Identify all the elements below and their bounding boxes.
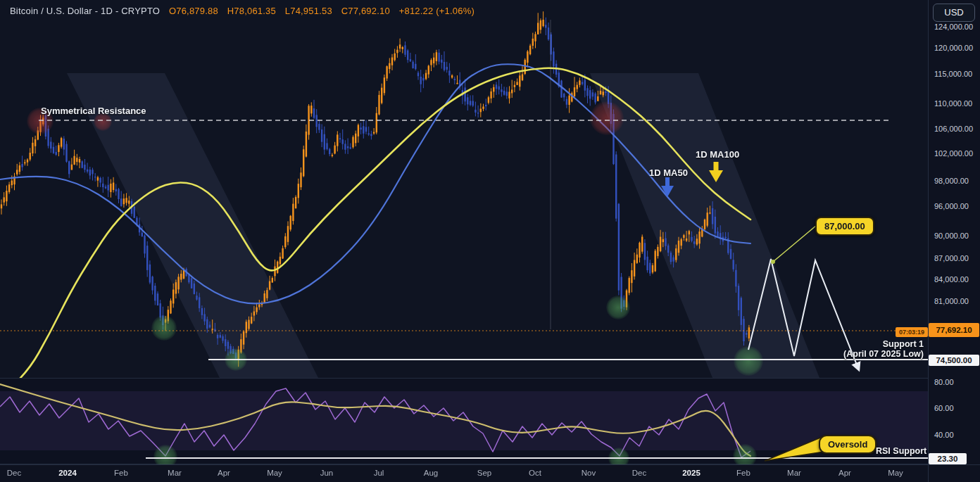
- ma100-label[interactable]: 1D MA100: [696, 149, 739, 160]
- current-price-label[interactable]: 77,692.10: [929, 323, 979, 337]
- rsi-pane-canvas[interactable]: [0, 378, 928, 464]
- support1-label[interactable]: Support 1 (April 07 2025 Low): [789, 339, 924, 359]
- high-value: H78,061.35: [227, 6, 276, 16]
- rsi-axis-tick: 80.00: [934, 378, 954, 386]
- time-axis-tick: Jul: [374, 469, 384, 477]
- change-value: +812.22 (+1.06%): [399, 6, 475, 16]
- price-axis-tick: 81,000.00: [934, 297, 969, 305]
- support1-label-line1: Support 1: [789, 339, 924, 349]
- time-axis-tick: Sep: [477, 469, 491, 477]
- price-axis-tick: 115,000.00: [934, 70, 972, 78]
- support1-label-line2: (April 07 2025 Low): [789, 349, 924, 359]
- time-axis-tick: Mar: [787, 469, 801, 477]
- rsi-axis-tick: 40.00: [934, 431, 954, 439]
- rsi-support-label[interactable]: RSI Support: [876, 446, 926, 456]
- price-axis-tick: 90,000.00: [934, 232, 969, 240]
- oversold-tag[interactable]: Oversold: [819, 435, 877, 454]
- currency-button[interactable]: USD: [933, 4, 975, 22]
- close-value: C77,692.10: [341, 6, 390, 16]
- time-axis-tick: Apr: [218, 469, 230, 477]
- low-value: L74,951.53: [285, 6, 332, 16]
- time-axis-tick: Oct: [529, 469, 541, 477]
- time-axis-tick: Apr: [838, 469, 851, 477]
- time-axis[interactable]: Dec2024FebMarAprMayJunJulAugSepOctNovDec…: [0, 464, 980, 482]
- symbol-info-bar: Bitcoin / U.S. Dollar - 1D - CRYPTO O76,…: [10, 6, 475, 16]
- time-axis-tick: Feb: [736, 469, 750, 477]
- time-axis-tick: Nov: [582, 469, 596, 477]
- time-axis-year-tick: 2025: [682, 469, 701, 477]
- price-axis-tick: 102,000.00: [934, 149, 973, 158]
- price-axis[interactable]: USD 124,000.00120,000.00115,000.00110,00…: [928, 0, 980, 464]
- price-axis-tick: 106,000.00: [934, 125, 973, 133]
- time-axis-tick: Dec: [7, 469, 21, 477]
- price-axis-tick: 87,000.00: [934, 254, 969, 262]
- ma50-label[interactable]: 1D MA50: [649, 167, 688, 178]
- support-price-label[interactable]: 74,500.00: [929, 355, 979, 366]
- price-axis-tick: 120,000.00: [934, 44, 973, 52]
- price-axis-tick: 96,000.00: [934, 202, 969, 210]
- pane-divider[interactable]: [0, 378, 928, 379]
- target-price-tag[interactable]: 87,000.00: [815, 217, 874, 236]
- price-axis-tick: 98,000.00: [934, 177, 969, 185]
- price-axis-tick: 84,000.00: [934, 275, 969, 284]
- rsi-value-label[interactable]: 23.30: [929, 453, 967, 464]
- time-axis-year-tick: 2024: [58, 469, 77, 477]
- price-axis-tick: 110,000.00: [934, 99, 972, 108]
- resistance-label[interactable]: Symmetrical Resistance: [41, 106, 146, 116]
- time-axis-tick: May: [888, 469, 903, 477]
- axis-corner-box[interactable]: [928, 465, 980, 482]
- ohlc-values: O76,879.88 H78,061.35 L74,951.53 C77,692…: [163, 6, 475, 16]
- symbol-title[interactable]: Bitcoin / U.S. Dollar - 1D - CRYPTO: [10, 6, 160, 16]
- price-chart-canvas[interactable]: [0, 0, 928, 378]
- time-axis-tick: Aug: [424, 469, 438, 477]
- time-axis-tick: Feb: [114, 469, 128, 477]
- rsi-axis-tick: 60.00: [934, 404, 954, 412]
- open-value: O76,879.88: [169, 6, 218, 16]
- time-axis-tick: Jun: [320, 469, 334, 477]
- bar-countdown-chip: 07:03:19: [896, 327, 928, 337]
- time-axis-tick: Mar: [168, 469, 182, 477]
- time-axis-tick: Dec: [632, 469, 646, 477]
- price-axis-tick: 124,000.00: [934, 23, 973, 31]
- trading-chart-window: Bitcoin / U.S. Dollar - 1D - CRYPTO O76,…: [0, 0, 980, 482]
- time-axis-tick: May: [267, 469, 282, 477]
